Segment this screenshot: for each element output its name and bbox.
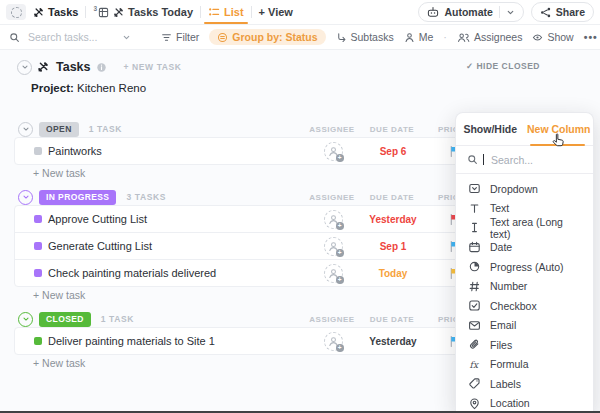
collapse-group-button[interactable] bbox=[18, 190, 33, 205]
collapse-list-button[interactable] bbox=[17, 60, 32, 75]
add-assignee-icon[interactable]: + bbox=[324, 237, 343, 256]
ellipsis-icon: ••• bbox=[584, 31, 598, 43]
hand-cursor-icon bbox=[552, 133, 565, 147]
more-options-button[interactable]: ••• bbox=[584, 31, 598, 43]
tab-tasks-today[interactable]: 3 Tasks Today bbox=[93, 6, 193, 18]
labels-icon bbox=[468, 377, 481, 390]
location-icon bbox=[468, 397, 481, 410]
column-type-label: Email bbox=[490, 319, 516, 331]
status-square-icon[interactable] bbox=[34, 147, 42, 155]
assignee-cell: + bbox=[315, 237, 351, 256]
automate-button[interactable]: Automate bbox=[418, 2, 523, 22]
status-badge[interactable]: IN PROGRESS bbox=[39, 190, 116, 205]
column-header-due-date: DUE DATE bbox=[362, 125, 422, 134]
hide-closed-button[interactable]: ✓ HIDE CLOSED bbox=[466, 61, 540, 71]
filter-button[interactable]: Filter bbox=[161, 31, 199, 43]
add-view-button[interactable]: + View bbox=[259, 6, 293, 18]
task-name[interactable]: Deliver painting materials to Site 1 bbox=[48, 335, 215, 347]
info-icon[interactable] bbox=[96, 62, 107, 73]
tab-tasks[interactable]: Tasks bbox=[33, 6, 78, 18]
column-type-label: Date bbox=[490, 241, 512, 253]
column-header-assignee: ASSIGNEE bbox=[300, 125, 364, 134]
status-square-icon[interactable] bbox=[34, 215, 42, 223]
table-view-icon bbox=[98, 7, 109, 18]
due-date-cell[interactable]: Today bbox=[363, 268, 423, 279]
status-square-icon[interactable] bbox=[34, 337, 42, 345]
search-tasks-input[interactable] bbox=[26, 30, 116, 44]
add-assignee-icon[interactable]: + bbox=[324, 264, 343, 283]
group-by-status-button[interactable]: Group by: Status bbox=[209, 29, 325, 45]
formula-icon: fx bbox=[468, 358, 481, 371]
task-name[interactable]: Check painting materials delivered bbox=[48, 267, 216, 279]
status-badge[interactable]: CLOSED bbox=[39, 312, 91, 327]
due-date-cell[interactable]: Yesterday bbox=[363, 336, 423, 347]
email-icon bbox=[468, 319, 481, 332]
files-icon bbox=[468, 338, 481, 351]
task-count: 1 TASK bbox=[89, 124, 122, 134]
tab-list-view[interactable]: List bbox=[208, 6, 244, 18]
group-by-icon bbox=[217, 32, 228, 43]
dot-separator: · bbox=[443, 31, 447, 43]
status-square-icon[interactable] bbox=[34, 269, 42, 277]
search-icon bbox=[9, 32, 20, 43]
add-assignee-icon[interactable]: + bbox=[324, 142, 343, 161]
column-type-checkbox[interactable]: Checkbox bbox=[456, 296, 593, 316]
panel-tabs: Show/Hide New Column bbox=[456, 113, 593, 146]
add-assignee-icon[interactable]: + bbox=[324, 210, 343, 229]
task-name[interactable]: Generate Cutting List bbox=[48, 240, 152, 252]
chevron-down-icon bbox=[21, 63, 29, 71]
add-assignee-icon[interactable]: + bbox=[324, 332, 343, 351]
column-type-label: Formula bbox=[490, 358, 529, 370]
subtasks-button[interactable]: Subtasks bbox=[336, 31, 394, 43]
project-name: Kitchen Reno bbox=[77, 82, 146, 94]
project-label: Project: bbox=[31, 82, 74, 94]
column-type-dropdown[interactable]: Dropdown bbox=[456, 179, 593, 199]
chevron-down-icon[interactable] bbox=[506, 8, 515, 17]
collapse-group-button[interactable] bbox=[18, 312, 33, 327]
subtasks-label: Subtasks bbox=[351, 31, 394, 43]
dropdown-icon bbox=[468, 182, 481, 195]
status-square-icon[interactable] bbox=[34, 242, 42, 250]
show-button[interactable]: Show bbox=[532, 31, 573, 43]
column-type-files[interactable]: Files bbox=[456, 335, 593, 355]
due-date-cell[interactable]: Yesterday bbox=[363, 214, 423, 225]
share-button[interactable]: Share bbox=[531, 2, 594, 22]
tools-icon bbox=[37, 61, 49, 73]
panel-search-box[interactable] bbox=[456, 146, 593, 174]
assignee-cell: + bbox=[315, 210, 351, 229]
top-bar: Tasks 3 Tasks Today List + View Automate… bbox=[0, 0, 600, 25]
me-label: Me bbox=[419, 31, 434, 43]
text-caret bbox=[483, 154, 484, 165]
due-date-cell[interactable]: Sep 1 bbox=[363, 241, 423, 252]
search-tasks-box[interactable] bbox=[9, 30, 131, 44]
column-type-formula[interactable]: fx Formula bbox=[456, 355, 593, 375]
me-filter-button[interactable]: Me bbox=[404, 31, 434, 43]
chevron-down-icon[interactable] bbox=[122, 33, 131, 42]
plus-badge-icon: + bbox=[336, 276, 344, 284]
chevron-down-icon bbox=[22, 125, 30, 133]
tools-icon bbox=[113, 7, 124, 18]
column-header-assignee: ASSIGNEE bbox=[300, 315, 364, 324]
collapse-group-button[interactable] bbox=[18, 122, 33, 137]
task-name[interactable]: Paintworks bbox=[48, 145, 102, 157]
column-type-number[interactable]: Number bbox=[456, 277, 593, 297]
filter-label: Filter bbox=[176, 31, 199, 43]
due-date-cell[interactable]: Sep 6 bbox=[363, 146, 423, 157]
column-search-input[interactable] bbox=[489, 153, 573, 167]
column-type-labels[interactable]: Labels bbox=[456, 374, 593, 394]
divider bbox=[499, 6, 500, 18]
status-badge[interactable]: OPEN bbox=[39, 122, 79, 137]
new-task-button[interactable]: + NEW TASK bbox=[124, 62, 182, 72]
column-type-date[interactable]: Date bbox=[456, 238, 593, 258]
search-icon bbox=[467, 154, 478, 165]
assignees-button[interactable]: Assignees bbox=[457, 31, 522, 43]
spinner-icon bbox=[11, 7, 22, 18]
column-type-label: Location bbox=[490, 397, 530, 409]
task-name[interactable]: Approve Cutting List bbox=[48, 213, 147, 225]
date-icon bbox=[468, 241, 481, 254]
column-type-email[interactable]: Email bbox=[456, 316, 593, 336]
workspace-loading-button[interactable] bbox=[6, 4, 26, 20]
tab-show-hide[interactable]: Show/Hide bbox=[456, 113, 525, 145]
column-type-progress[interactable]: Progress (Auto) bbox=[456, 257, 593, 277]
column-type-textarea[interactable]: Text area (Long text) bbox=[456, 218, 593, 238]
